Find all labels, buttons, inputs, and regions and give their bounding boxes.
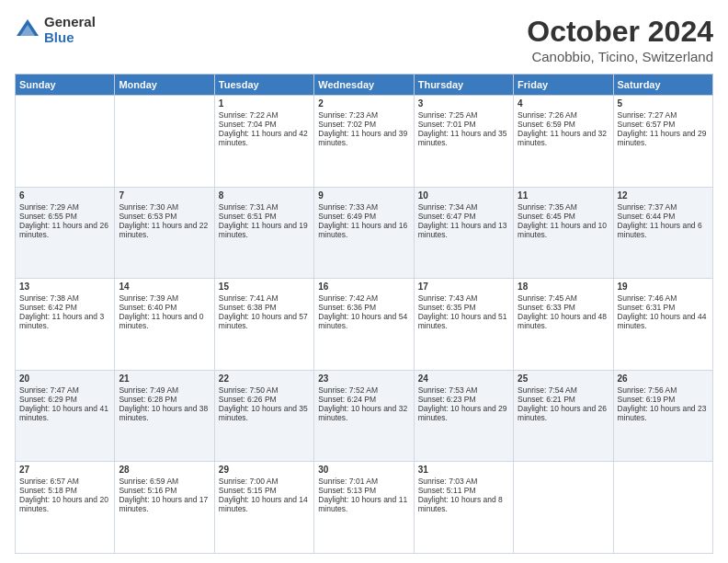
daylight-text: Daylight: 10 hours and 14 minutes.	[219, 495, 310, 513]
day-number: 19	[618, 282, 709, 292]
sunset-text: Sunset: 6:47 PM	[418, 212, 509, 221]
daylight-text: Daylight: 10 hours and 51 minutes.	[418, 312, 509, 330]
day-number: 22	[219, 373, 310, 384]
daylight-text: Daylight: 11 hours and 22 minutes.	[119, 221, 210, 239]
sunrise-text: Sunrise: 7:03 AM	[418, 477, 509, 486]
sunset-text: Sunset: 6:59 PM	[518, 120, 609, 129]
sunrise-text: Sunrise: 7:56 AM	[618, 385, 709, 395]
day-number: 31	[418, 465, 509, 475]
daylight-text: Daylight: 10 hours and 57 minutes.	[219, 312, 310, 330]
daylight-text: Daylight: 10 hours and 26 minutes.	[518, 404, 609, 422]
day-number: 24	[418, 373, 509, 384]
daylight-text: Daylight: 11 hours and 19 minutes.	[219, 221, 310, 239]
day-number: 17	[418, 282, 509, 292]
weekday-header: Wednesday	[314, 75, 414, 96]
sunset-text: Sunset: 6:42 PM	[19, 303, 110, 312]
calendar-cell: 20Sunrise: 7:47 AMSunset: 6:29 PMDayligh…	[16, 370, 115, 462]
daylight-text: Daylight: 11 hours and 42 minutes.	[219, 129, 310, 147]
sunset-text: Sunset: 6:38 PM	[219, 303, 310, 312]
sunrise-text: Sunrise: 7:52 AM	[318, 385, 409, 395]
day-number: 30	[318, 465, 409, 475]
sunrise-text: Sunrise: 7:54 AM	[518, 385, 609, 395]
day-number: 21	[119, 373, 210, 384]
calendar-cell: 28Sunrise: 6:59 AMSunset: 5:16 PMDayligh…	[115, 462, 214, 554]
day-number: 10	[418, 190, 509, 201]
sunset-text: Sunset: 6:40 PM	[119, 303, 210, 312]
sunrise-text: Sunrise: 7:49 AM	[119, 385, 210, 395]
calendar-cell: 12Sunrise: 7:37 AMSunset: 6:44 PMDayligh…	[613, 187, 712, 279]
sunset-text: Sunset: 6:21 PM	[518, 395, 609, 404]
calendar-cell: 23Sunrise: 7:52 AMSunset: 6:24 PMDayligh…	[314, 370, 414, 462]
daylight-text: Daylight: 11 hours and 13 minutes.	[418, 221, 509, 239]
sunrise-text: Sunrise: 7:53 AM	[418, 385, 509, 395]
calendar-cell: 22Sunrise: 7:50 AMSunset: 6:26 PMDayligh…	[214, 370, 313, 462]
sunset-text: Sunset: 6:29 PM	[19, 395, 110, 404]
sunset-text: Sunset: 5:18 PM	[19, 486, 110, 495]
daylight-text: Daylight: 10 hours and 11 minutes.	[318, 495, 409, 513]
sunrise-text: Sunrise: 6:57 AM	[19, 477, 110, 486]
logo-general-text: General	[44, 15, 96, 30]
day-number: 18	[518, 282, 609, 292]
sunrise-text: Sunrise: 7:42 AM	[318, 293, 409, 303]
day-number: 9	[318, 190, 409, 201]
sunrise-text: Sunrise: 6:59 AM	[119, 477, 210, 486]
sunset-text: Sunset: 5:13 PM	[318, 486, 409, 495]
calendar-row: 20Sunrise: 7:47 AMSunset: 6:29 PMDayligh…	[16, 370, 713, 462]
calendar-cell	[115, 96, 214, 188]
sunset-text: Sunset: 7:02 PM	[318, 120, 409, 129]
daylight-text: Daylight: 10 hours and 8 minutes.	[418, 495, 509, 513]
sunrise-text: Sunrise: 7:47 AM	[19, 385, 110, 395]
sunset-text: Sunset: 5:11 PM	[418, 486, 509, 495]
calendar-cell: 8Sunrise: 7:31 AMSunset: 6:51 PMDaylight…	[214, 187, 313, 279]
day-number: 29	[219, 465, 310, 475]
day-number: 11	[518, 190, 609, 201]
daylight-text: Daylight: 11 hours and 29 minutes.	[618, 129, 709, 147]
calendar-cell	[613, 462, 712, 554]
day-number: 20	[19, 373, 110, 384]
daylight-text: Daylight: 10 hours and 20 minutes.	[19, 495, 110, 513]
calendar-table: SundayMondayTuesdayWednesdayThursdayFrid…	[15, 74, 713, 554]
calendar-cell: 4Sunrise: 7:26 AMSunset: 6:59 PMDaylight…	[514, 96, 613, 188]
calendar-cell: 17Sunrise: 7:43 AMSunset: 6:35 PMDayligh…	[414, 279, 513, 371]
day-number: 4	[518, 98, 609, 109]
day-number: 1	[219, 98, 310, 109]
sunrise-text: Sunrise: 7:33 AM	[318, 202, 409, 212]
daylight-text: Daylight: 11 hours and 32 minutes.	[518, 129, 609, 147]
day-number: 28	[119, 465, 210, 475]
calendar-cell	[16, 96, 115, 188]
sunrise-text: Sunrise: 7:38 AM	[19, 293, 110, 303]
sunset-text: Sunset: 5:15 PM	[219, 486, 310, 495]
title-block: October 2024 Canobbio, Ticino, Switzerla…	[527, 15, 713, 64]
sunset-text: Sunset: 6:26 PM	[219, 395, 310, 404]
sunset-text: Sunset: 6:51 PM	[219, 212, 310, 221]
daylight-text: Daylight: 10 hours and 41 minutes.	[19, 404, 110, 422]
sunset-text: Sunset: 6:57 PM	[618, 120, 709, 129]
weekday-header: Tuesday	[214, 75, 313, 96]
calendar-cell: 13Sunrise: 7:38 AMSunset: 6:42 PMDayligh…	[16, 279, 115, 371]
calendar-row: 13Sunrise: 7:38 AMSunset: 6:42 PMDayligh…	[16, 279, 713, 371]
calendar-cell: 19Sunrise: 7:46 AMSunset: 6:31 PMDayligh…	[613, 279, 712, 371]
sunrise-text: Sunrise: 7:39 AM	[119, 293, 210, 303]
sunset-text: Sunset: 6:19 PM	[618, 395, 709, 404]
weekday-header: Monday	[115, 75, 214, 96]
calendar-cell	[514, 462, 613, 554]
sunrise-text: Sunrise: 7:26 AM	[518, 110, 609, 120]
calendar-cell: 2Sunrise: 7:23 AMSunset: 7:02 PMDaylight…	[314, 96, 414, 188]
calendar-cell: 9Sunrise: 7:33 AMSunset: 6:49 PMDaylight…	[314, 187, 414, 279]
day-number: 2	[318, 98, 409, 109]
sunrise-text: Sunrise: 7:22 AM	[219, 110, 310, 120]
sunset-text: Sunset: 6:55 PM	[19, 212, 110, 221]
sunrise-text: Sunrise: 7:37 AM	[618, 202, 709, 212]
sunset-text: Sunset: 6:36 PM	[318, 303, 409, 312]
day-number: 27	[19, 465, 110, 475]
logo-blue-text: Blue	[44, 30, 96, 46]
sunrise-text: Sunrise: 7:23 AM	[318, 110, 409, 120]
calendar-cell: 5Sunrise: 7:27 AMSunset: 6:57 PMDaylight…	[613, 96, 712, 188]
weekday-header: Sunday	[16, 75, 115, 96]
sunrise-text: Sunrise: 7:01 AM	[318, 477, 409, 486]
daylight-text: Daylight: 10 hours and 48 minutes.	[518, 312, 609, 330]
calendar-cell: 18Sunrise: 7:45 AMSunset: 6:33 PMDayligh…	[514, 279, 613, 371]
calendar-cell: 6Sunrise: 7:29 AMSunset: 6:55 PMDaylight…	[16, 187, 115, 279]
calendar-cell: 1Sunrise: 7:22 AMSunset: 7:04 PMDaylight…	[214, 96, 313, 188]
sunrise-text: Sunrise: 7:31 AM	[219, 202, 310, 212]
